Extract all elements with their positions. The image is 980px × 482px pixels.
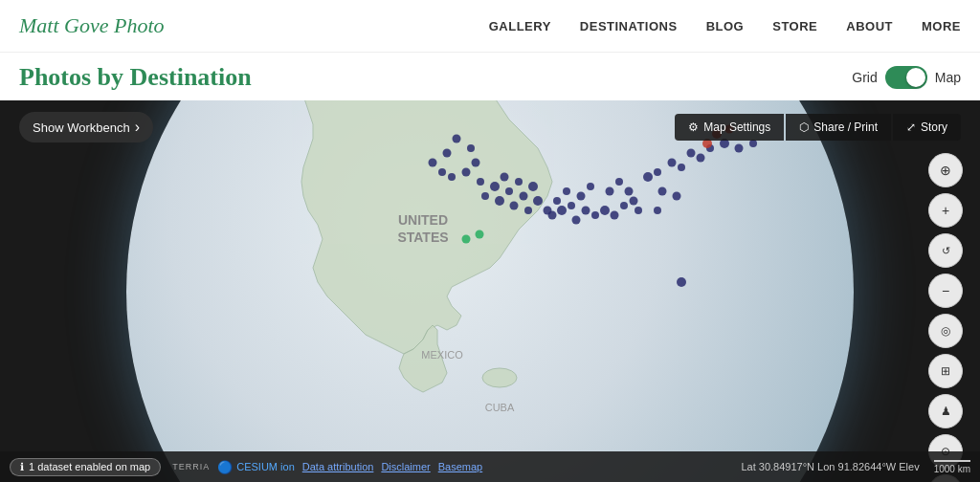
map-dot[interactable] bbox=[677, 277, 686, 287]
globe: UNITED STATES MEXICO CUBA bbox=[126, 100, 854, 482]
data-attribution-link[interactable]: Data attribution bbox=[302, 461, 374, 472]
nav-blog[interactable]: BLOG bbox=[706, 19, 745, 33]
disclaimer-link[interactable]: Disclaimer bbox=[381, 461, 430, 472]
layers-button[interactable]: ⊞ bbox=[928, 354, 963, 388]
map-dot[interactable] bbox=[587, 183, 594, 190]
show-workbench-button[interactable]: Show Workbench bbox=[19, 112, 153, 142]
map-dot[interactable] bbox=[643, 172, 653, 182]
map-dot[interactable] bbox=[577, 191, 586, 200]
zoom-controls: ⊕ + ↺ − ◎ ⊞ ♟ ⊙ ✉ bbox=[928, 153, 963, 482]
map-dot[interactable] bbox=[520, 191, 528, 200]
map-dot[interactable] bbox=[668, 158, 677, 166]
map-dot[interactable] bbox=[528, 182, 538, 191]
map-dot[interactable] bbox=[524, 207, 532, 214]
cesium-label: CESIUM ion bbox=[236, 461, 295, 472]
svg-text:CUBA: CUBA bbox=[485, 402, 515, 413]
map-dot[interactable] bbox=[635, 207, 642, 214]
story-button[interactable]: ⤢ Story bbox=[893, 114, 961, 141]
map-toolbar: Show Workbench ⚙ Map Settings ⬡ Share / … bbox=[19, 112, 961, 142]
map-dot[interactable] bbox=[533, 196, 543, 206]
map-dot[interactable] bbox=[429, 158, 437, 166]
map-dot[interactable] bbox=[490, 182, 500, 191]
view-toggle[interactable]: Grid Map bbox=[852, 66, 961, 89]
main-nav: GALLERY DESTINATIONS BLOG STORE ABOUT MO… bbox=[489, 19, 961, 33]
settings-icon: ⚙ bbox=[688, 120, 699, 134]
map-dot[interactable] bbox=[448, 173, 456, 181]
map-dot[interactable] bbox=[572, 215, 581, 224]
view-toggle-switch[interactable] bbox=[885, 66, 927, 89]
map-dot[interactable] bbox=[630, 196, 638, 205]
svg-text:UNITED: UNITED bbox=[398, 212, 448, 228]
map-dot[interactable] bbox=[557, 206, 567, 215]
person-button[interactable]: ♟ bbox=[928, 394, 963, 428]
map-dot[interactable] bbox=[615, 178, 623, 186]
map-dot[interactable] bbox=[658, 186, 667, 195]
site-header: Matt Gove Photo GALLERY DESTINATIONS BLO… bbox=[0, 0, 980, 53]
site-logo[interactable]: Matt Gove Photo bbox=[19, 13, 165, 38]
status-left: ℹ 1 dataset enabled on map terria 🔵 CESI… bbox=[10, 458, 482, 476]
footer-left: terria 🔵 CESIUM ion Data attribution Dis… bbox=[172, 460, 482, 474]
map-dot[interactable] bbox=[600, 206, 610, 215]
map-dot[interactable] bbox=[697, 153, 705, 162]
basemap-link[interactable]: Basemap bbox=[438, 461, 482, 472]
nav-more[interactable]: MORE bbox=[922, 19, 961, 33]
map-label: Map bbox=[935, 70, 961, 85]
map-dot[interactable] bbox=[476, 230, 484, 238]
map-dot[interactable] bbox=[620, 202, 628, 209]
map-dot[interactable] bbox=[654, 168, 661, 176]
map-dot[interactable] bbox=[687, 148, 696, 157]
svg-point-0 bbox=[482, 368, 517, 387]
story-icon: ⤢ bbox=[906, 120, 916, 134]
map-dot[interactable] bbox=[495, 196, 504, 206]
status-right: Lat 30.84917°N Lon 91.82644°W Elev 1000 … bbox=[741, 460, 970, 474]
zoom-out-button[interactable]: − bbox=[928, 274, 963, 308]
map-dot[interactable] bbox=[438, 168, 446, 176]
map-dot[interactable] bbox=[443, 148, 452, 157]
zoom-in-button[interactable]: + bbox=[928, 193, 963, 228]
nav-destinations[interactable]: DESTINATIONS bbox=[580, 19, 678, 33]
page-title: Photos by Destination bbox=[19, 63, 252, 92]
map-tools-right: ⚙ Map Settings ⬡ Share / Print ⤢ Story bbox=[675, 114, 961, 141]
title-row: Photos by Destination Grid Map bbox=[0, 53, 980, 100]
map-dot[interactable] bbox=[477, 178, 484, 186]
dataset-badge[interactable]: ℹ 1 dataset enabled on map bbox=[10, 458, 161, 476]
map-dot[interactable] bbox=[472, 158, 480, 166]
map-dot[interactable] bbox=[654, 207, 661, 214]
svg-text:MEXICO: MEXICO bbox=[421, 349, 463, 361]
toggle-knob bbox=[906, 68, 925, 87]
map-dot[interactable] bbox=[568, 202, 575, 209]
map-dot[interactable] bbox=[462, 167, 471, 176]
map-dot[interactable] bbox=[673, 191, 681, 200]
map-dot[interactable] bbox=[582, 206, 590, 214]
map-dot[interactable] bbox=[591, 211, 599, 219]
map-dot[interactable] bbox=[625, 186, 634, 195]
map-dot[interactable] bbox=[515, 178, 523, 186]
map-dot[interactable] bbox=[501, 172, 509, 181]
map-dot[interactable] bbox=[510, 201, 519, 209]
map-dot[interactable] bbox=[462, 234, 471, 243]
footer-links: Data attribution Disclaimer Basemap bbox=[302, 461, 482, 472]
reset-view-button[interactable]: ↺ bbox=[928, 233, 963, 268]
map-dot[interactable] bbox=[467, 144, 475, 152]
compass-button[interactable]: ⊕ bbox=[928, 153, 963, 187]
map-dot[interactable] bbox=[606, 186, 614, 195]
cesium-logo: 🔵 CESIUM ion bbox=[217, 460, 295, 474]
map-dot[interactable] bbox=[563, 187, 570, 195]
map-dot[interactable] bbox=[611, 210, 619, 219]
map-dot[interactable] bbox=[678, 164, 685, 171]
map-dot[interactable] bbox=[481, 192, 489, 200]
map-settings-button[interactable]: ⚙ Map Settings bbox=[675, 114, 784, 141]
share-print-button[interactable]: ⬡ Share / Print bbox=[786, 114, 891, 141]
map-container[interactable]: UNITED STATES MEXICO CUBA Show Workbench… bbox=[0, 100, 980, 482]
locate-button[interactable]: ◎ bbox=[928, 314, 963, 348]
cesium-icon: 🔵 bbox=[217, 460, 233, 474]
map-dot[interactable] bbox=[505, 187, 513, 195]
nav-gallery[interactable]: GALLERY bbox=[489, 19, 551, 33]
nav-store[interactable]: STORE bbox=[772, 19, 817, 33]
map-dot[interactable] bbox=[735, 143, 744, 152]
share-icon: ⬡ bbox=[799, 120, 809, 134]
nav-about[interactable]: ABOUT bbox=[846, 19, 893, 33]
map-dot[interactable] bbox=[553, 197, 561, 205]
map-dot[interactable] bbox=[548, 210, 557, 219]
terria-logo: terria bbox=[172, 462, 210, 471]
